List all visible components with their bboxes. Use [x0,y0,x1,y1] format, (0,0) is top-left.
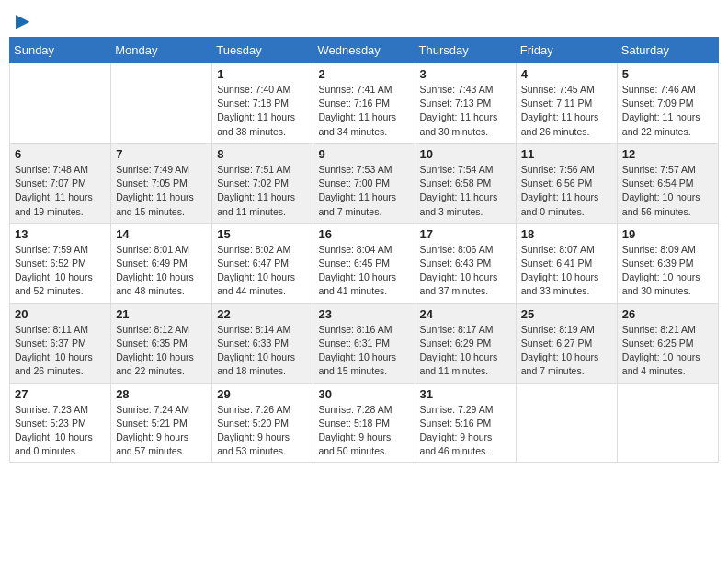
weekday-header-friday: Friday [516,38,617,63]
day-info: Sunrise: 7:59 AM Sunset: 6:52 PM Dayligh… [15,243,106,299]
calendar-week-row: 20Sunrise: 8:11 AM Sunset: 6:37 PM Dayli… [10,303,719,383]
calendar-cell: 16Sunrise: 8:04 AM Sunset: 6:45 PM Dayli… [313,223,415,303]
calendar-cell: 2Sunrise: 7:41 AM Sunset: 7:16 PM Daylig… [313,63,415,144]
day-info: Sunrise: 8:06 AM Sunset: 6:43 PM Dayligh… [420,243,511,299]
calendar-cell: 29Sunrise: 7:26 AM Sunset: 5:20 PM Dayli… [212,383,313,463]
calendar-cell: 31Sunrise: 7:29 AM Sunset: 5:16 PM Dayli… [415,383,516,463]
calendar-cell: 6Sunrise: 7:48 AM Sunset: 7:07 PM Daylig… [10,143,111,223]
page-header: ▶ [9,9,719,29]
day-info: Sunrise: 7:24 AM Sunset: 5:21 PM Dayligh… [116,403,207,459]
day-number: 5 [622,67,713,81]
day-number: 11 [521,147,612,161]
weekday-header-saturday: Saturday [617,38,718,63]
weekday-header-thursday: Thursday [415,38,516,63]
day-number: 20 [15,307,106,321]
day-info: Sunrise: 7:49 AM Sunset: 7:05 PM Dayligh… [116,163,207,219]
calendar-cell: 26Sunrise: 8:21 AM Sunset: 6:25 PM Dayli… [617,303,718,383]
calendar-cell: 18Sunrise: 8:07 AM Sunset: 6:41 PM Dayli… [516,223,617,303]
day-info: Sunrise: 8:09 AM Sunset: 6:39 PM Dayligh… [622,243,713,299]
calendar-week-row: 6Sunrise: 7:48 AM Sunset: 7:07 PM Daylig… [10,143,719,223]
calendar-cell: 30Sunrise: 7:28 AM Sunset: 5:18 PM Dayli… [313,383,415,463]
day-number: 15 [217,227,308,241]
calendar-cell: 28Sunrise: 7:24 AM Sunset: 5:21 PM Dayli… [111,383,212,463]
day-number: 6 [15,147,106,161]
calendar-cell: 23Sunrise: 8:16 AM Sunset: 6:31 PM Dayli… [313,303,415,383]
day-number: 17 [420,227,511,241]
day-info: Sunrise: 7:23 AM Sunset: 5:23 PM Dayligh… [15,403,106,459]
day-number: 24 [420,307,511,321]
calendar-week-row: 13Sunrise: 7:59 AM Sunset: 6:52 PM Dayli… [10,223,719,303]
day-number: 28 [116,387,207,401]
calendar-header-row: SundayMondayTuesdayWednesdayThursdayFrid… [10,38,719,63]
day-number: 21 [116,307,207,321]
day-info: Sunrise: 7:40 AM Sunset: 7:18 PM Dayligh… [217,83,308,139]
logo: ▶ [13,9,29,29]
day-info: Sunrise: 7:43 AM Sunset: 7:13 PM Dayligh… [420,83,511,139]
calendar-cell: 4Sunrise: 7:45 AM Sunset: 7:11 PM Daylig… [516,63,617,144]
day-info: Sunrise: 7:45 AM Sunset: 7:11 PM Dayligh… [521,83,612,139]
calendar-cell [10,63,111,144]
weekday-header-monday: Monday [111,38,212,63]
day-info: Sunrise: 7:48 AM Sunset: 7:07 PM Dayligh… [15,163,106,219]
calendar-cell [617,383,718,463]
day-info: Sunrise: 7:41 AM Sunset: 7:16 PM Dayligh… [318,83,409,139]
day-info: Sunrise: 8:02 AM Sunset: 6:47 PM Dayligh… [217,243,308,299]
day-number: 25 [521,307,612,321]
day-number: 12 [622,147,713,161]
day-number: 23 [318,307,409,321]
calendar-cell: 11Sunrise: 7:56 AM Sunset: 6:56 PM Dayli… [516,143,617,223]
calendar-cell: 13Sunrise: 7:59 AM Sunset: 6:52 PM Dayli… [10,223,111,303]
day-number: 19 [622,227,713,241]
calendar-cell: 10Sunrise: 7:54 AM Sunset: 6:58 PM Dayli… [415,143,516,223]
day-number: 3 [420,67,511,81]
calendar-cell: 17Sunrise: 8:06 AM Sunset: 6:43 PM Dayli… [415,223,516,303]
day-info: Sunrise: 7:54 AM Sunset: 6:58 PM Dayligh… [420,163,511,219]
day-info: Sunrise: 8:01 AM Sunset: 6:49 PM Dayligh… [116,243,207,299]
calendar-cell [516,383,617,463]
day-info: Sunrise: 8:19 AM Sunset: 6:27 PM Dayligh… [521,323,612,379]
day-number: 10 [420,147,511,161]
day-info: Sunrise: 7:46 AM Sunset: 7:09 PM Dayligh… [622,83,713,139]
weekday-header-sunday: Sunday [10,38,111,63]
day-number: 2 [318,67,409,81]
day-number: 16 [318,227,409,241]
calendar-cell: 20Sunrise: 8:11 AM Sunset: 6:37 PM Dayli… [10,303,111,383]
day-number: 30 [318,387,409,401]
day-info: Sunrise: 7:57 AM Sunset: 6:54 PM Dayligh… [622,163,713,219]
day-number: 26 [622,307,713,321]
calendar-cell: 21Sunrise: 8:12 AM Sunset: 6:35 PM Dayli… [111,303,212,383]
calendar-cell: 14Sunrise: 8:01 AM Sunset: 6:49 PM Dayli… [111,223,212,303]
day-number: 9 [318,147,409,161]
day-number: 31 [420,387,511,401]
day-info: Sunrise: 8:21 AM Sunset: 6:25 PM Dayligh… [622,323,713,379]
calendar-cell: 19Sunrise: 8:09 AM Sunset: 6:39 PM Dayli… [617,223,718,303]
calendar-cell: 9Sunrise: 7:53 AM Sunset: 7:00 PM Daylig… [313,143,415,223]
day-info: Sunrise: 7:29 AM Sunset: 5:16 PM Dayligh… [420,403,511,459]
day-number: 7 [116,147,207,161]
calendar-cell: 24Sunrise: 8:17 AM Sunset: 6:29 PM Dayli… [415,303,516,383]
calendar-cell: 15Sunrise: 8:02 AM Sunset: 6:47 PM Dayli… [212,223,313,303]
day-info: Sunrise: 7:28 AM Sunset: 5:18 PM Dayligh… [318,403,409,459]
day-number: 8 [217,147,308,161]
day-number: 18 [521,227,612,241]
day-info: Sunrise: 8:16 AM Sunset: 6:31 PM Dayligh… [318,323,409,379]
calendar-cell: 8Sunrise: 7:51 AM Sunset: 7:02 PM Daylig… [212,143,313,223]
calendar-cell: 3Sunrise: 7:43 AM Sunset: 7:13 PM Daylig… [415,63,516,144]
calendar-cell: 25Sunrise: 8:19 AM Sunset: 6:27 PM Dayli… [516,303,617,383]
day-info: Sunrise: 7:26 AM Sunset: 5:20 PM Dayligh… [217,403,308,459]
calendar-cell: 22Sunrise: 8:14 AM Sunset: 6:33 PM Dayli… [212,303,313,383]
day-info: Sunrise: 8:04 AM Sunset: 6:45 PM Dayligh… [318,243,409,299]
day-info: Sunrise: 7:51 AM Sunset: 7:02 PM Dayligh… [217,163,308,219]
day-info: Sunrise: 8:12 AM Sunset: 6:35 PM Dayligh… [116,323,207,379]
calendar-cell: 5Sunrise: 7:46 AM Sunset: 7:09 PM Daylig… [617,63,718,144]
calendar-cell [111,63,212,144]
weekday-header-tuesday: Tuesday [212,38,313,63]
day-info: Sunrise: 7:56 AM Sunset: 6:56 PM Dayligh… [521,163,612,219]
day-info: Sunrise: 8:17 AM Sunset: 6:29 PM Dayligh… [420,323,511,379]
calendar-cell: 1Sunrise: 7:40 AM Sunset: 7:18 PM Daylig… [212,63,313,144]
day-number: 14 [116,227,207,241]
weekday-header-wednesday: Wednesday [313,38,415,63]
logo-bird-icon: ▶ [16,9,29,31]
calendar-week-row: 1Sunrise: 7:40 AM Sunset: 7:18 PM Daylig… [10,63,719,144]
calendar-cell: 7Sunrise: 7:49 AM Sunset: 7:05 PM Daylig… [111,143,212,223]
